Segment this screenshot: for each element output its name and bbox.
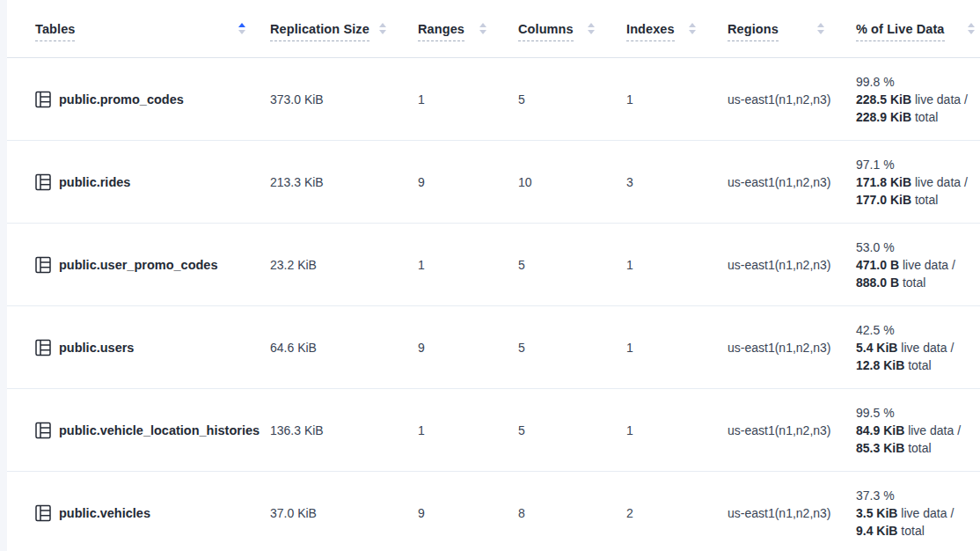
column-header-label: Ranges	[418, 22, 464, 41]
column-header-label: Indexes	[626, 22, 675, 41]
regions-cell: us-east1(n1,n2,n3)	[720, 58, 849, 141]
live-data-cell: 37.3 % 3.5 KiB live data / 9.4 KiB total	[849, 472, 980, 551]
table-name-link[interactable]: public.promo_codes	[59, 92, 184, 107]
sort-arrows-icon	[479, 23, 486, 34]
indexes-cell: 3	[619, 141, 720, 224]
sort-arrows-icon	[238, 23, 245, 34]
table-icon	[35, 91, 51, 108]
replication-size-cell: 373.0 KiB	[263, 58, 411, 141]
table-name-link[interactable]: public.rides	[59, 175, 130, 189]
column-header-label: Replication Size	[270, 22, 369, 41]
live-data-size-line: 3.5 KiB live data /	[856, 504, 976, 522]
regions-cell: us-east1(n1,n2,n3)	[720, 306, 849, 389]
indexes-cell: 2	[619, 472, 720, 551]
live-data-cell: 42.5 % 5.4 KiB live data / 12.8 KiB tota…	[849, 306, 980, 389]
column-header-label: % of Live Data	[856, 22, 945, 41]
column-header-replication-size[interactable]: Replication Size	[263, 0, 411, 58]
total-size-line: 85.3 KiB total	[856, 439, 976, 457]
live-data-size-line: 471.0 B live data /	[856, 256, 976, 274]
table-icon	[35, 173, 51, 191]
table-icon	[35, 504, 51, 522]
table-name-cell: public.user_promo_codes	[7, 224, 263, 306]
table-name-link[interactable]: public.user_promo_codes	[59, 258, 218, 272]
live-data-percent: 42.5 %	[856, 321, 976, 339]
replication-size-cell: 213.3 KiB	[263, 141, 411, 224]
columns-cell: 5	[511, 58, 619, 141]
live-data-size-line: 84.9 KiB live data /	[856, 422, 976, 439]
live-data-size-line: 228.5 KiB live data /	[856, 91, 976, 108]
columns-cell: 8	[511, 472, 619, 551]
table-icon	[35, 256, 51, 274]
replication-size-cell: 37.0 KiB	[263, 472, 411, 551]
live-data-percent: 53.0 %	[856, 239, 976, 256]
table-row: public.vehicle_location_histories 136.3 …	[7, 389, 980, 472]
table-name-link[interactable]: public.users	[59, 341, 134, 355]
live-data-percent: 99.5 %	[856, 404, 976, 422]
header-row: Tables Replication Size Ranges	[7, 0, 980, 58]
columns-cell: 10	[511, 141, 619, 224]
columns-cell: 5	[511, 389, 619, 472]
replication-size-cell: 64.6 KiB	[263, 306, 411, 389]
column-header-label: Columns	[518, 22, 574, 41]
live-data-cell: 99.8 % 228.5 KiB live data / 228.9 KiB t…	[849, 58, 980, 141]
table-body: public.promo_codes 373.0 KiB 1 5 1 us-ea…	[7, 58, 980, 551]
ranges-cell: 1	[411, 58, 511, 141]
indexes-cell: 1	[619, 58, 720, 141]
live-data-size-line: 171.8 KiB live data /	[856, 173, 976, 191]
regions-cell: us-east1(n1,n2,n3)	[720, 472, 849, 551]
live-data-cell: 53.0 % 471.0 B live data / 888.0 B total	[849, 224, 980, 306]
ranges-cell: 9	[411, 141, 511, 224]
live-data-percent: 97.1 %	[856, 156, 976, 173]
live-data-percent: 99.8 %	[856, 73, 976, 91]
column-header-ranges[interactable]: Ranges	[411, 0, 511, 58]
live-data-cell: 97.1 % 171.8 KiB live data / 177.0 KiB t…	[849, 141, 980, 224]
replication-size-cell: 23.2 KiB	[263, 224, 411, 306]
sort-arrows-icon	[379, 23, 386, 34]
ranges-cell: 9	[411, 306, 511, 389]
ranges-cell: 9	[411, 472, 511, 551]
table-row: public.rides 213.3 KiB 9 10 3 us-east1(n…	[7, 141, 980, 224]
column-header-label: Regions	[728, 22, 779, 41]
total-size-line: 177.0 KiB total	[856, 191, 976, 209]
table-name-link[interactable]: public.vehicles	[59, 506, 150, 520]
database-tables-table: Tables Replication Size Ranges	[7, 0, 980, 551]
table-icon	[35, 422, 51, 439]
indexes-cell: 1	[619, 306, 720, 389]
table-icon	[35, 339, 51, 356]
table-row: public.user_promo_codes 23.2 KiB 1 5 1 u…	[7, 224, 980, 306]
sort-arrows-icon	[817, 23, 824, 34]
columns-cell: 5	[511, 306, 619, 389]
sort-arrows-icon	[968, 23, 975, 34]
tables-panel: Tables Replication Size Ranges	[7, 0, 980, 551]
total-size-line: 12.8 KiB total	[856, 356, 976, 374]
total-size-line: 228.9 KiB total	[856, 108, 976, 126]
column-header-label: Tables	[35, 22, 75, 41]
indexes-cell: 1	[619, 389, 720, 472]
table-row: public.users 64.6 KiB 9 5 1 us-east1(n1,…	[7, 306, 980, 389]
regions-cell: us-east1(n1,n2,n3)	[720, 224, 849, 306]
column-header-indexes[interactable]: Indexes	[619, 0, 720, 58]
table-row: public.promo_codes 373.0 KiB 1 5 1 us-ea…	[7, 58, 980, 141]
regions-cell: us-east1(n1,n2,n3)	[720, 389, 849, 472]
table-name-cell: public.vehicle_location_histories	[7, 389, 263, 472]
total-size-line: 888.0 B total	[856, 274, 976, 291]
column-header-regions[interactable]: Regions	[720, 0, 849, 58]
columns-cell: 5	[511, 224, 619, 306]
sort-arrows-icon	[689, 23, 696, 34]
regions-cell: us-east1(n1,n2,n3)	[720, 141, 849, 224]
ranges-cell: 1	[411, 224, 511, 306]
column-header-live-data[interactable]: % of Live Data	[849, 0, 980, 58]
table-row: public.vehicles 37.0 KiB 9 8 2 us-east1(…	[7, 472, 980, 551]
column-header-tables[interactable]: Tables	[7, 0, 263, 58]
replication-size-cell: 136.3 KiB	[263, 389, 411, 472]
sort-arrows-icon	[588, 23, 595, 34]
total-size-line: 9.4 KiB total	[856, 522, 976, 540]
table-name-cell: public.users	[7, 306, 263, 389]
column-header-columns[interactable]: Columns	[511, 0, 619, 58]
table-name-link[interactable]: public.vehicle_location_histories	[59, 423, 260, 437]
live-data-size-line: 5.4 KiB live data /	[856, 339, 976, 356]
live-data-cell: 99.5 % 84.9 KiB live data / 85.3 KiB tot…	[849, 389, 980, 472]
live-data-percent: 37.3 %	[856, 487, 976, 504]
table-name-cell: public.vehicles	[7, 472, 263, 551]
indexes-cell: 1	[619, 224, 720, 306]
